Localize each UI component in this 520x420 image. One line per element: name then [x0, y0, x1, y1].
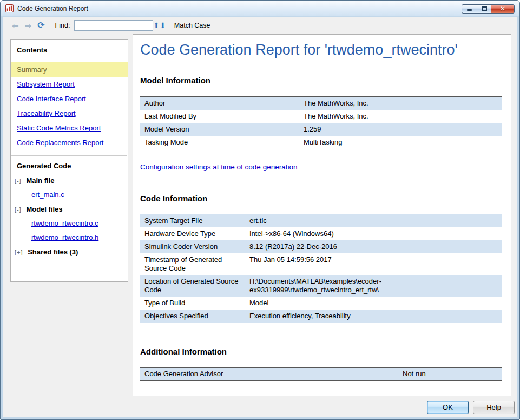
- tree-leaf-ert-main-c: ert_main.c: [11, 188, 128, 202]
- row-key: Code Generation Advisor: [140, 368, 398, 380]
- close-icon: ✕: [491, 5, 514, 13]
- row-value: Intel->x86-64 (Windows64): [245, 227, 502, 240]
- configuration-settings-link[interactable]: Configuration settings at time of code g…: [140, 163, 297, 171]
- row-key: Model Version: [140, 123, 299, 136]
- tree-node-shared-files: [+] Shared files (3): [11, 245, 128, 259]
- generated-code-heading: Generated Code: [11, 158, 128, 173]
- table-row: Location of Generated Source Code H:\Doc…: [140, 275, 502, 297]
- table-row: Last Modified By The MathWorks, Inc.: [140, 110, 502, 123]
- row-value: The MathWorks, Inc.: [299, 110, 502, 123]
- report-panel: Code Generation Report for 'rtwdemo_rtwe…: [133, 34, 511, 396]
- table-row: Type of Build Model: [140, 297, 502, 310]
- table-row: Author The MathWorks, Inc.: [140, 97, 502, 110]
- traceability-report-link[interactable]: Traceability Report: [17, 109, 76, 117]
- table-row: Tasking Mode MultiTasking: [140, 136, 502, 149]
- table-row: Model Version 1.259: [140, 123, 502, 136]
- contents-sidebar: Contents Summary Subsystem Report Code I…: [10, 39, 128, 282]
- table-row: Code Generation Advisor Not run: [140, 368, 502, 380]
- tree-node-label: Shared files (3): [28, 248, 78, 256]
- row-value: 8.12 (R2017a) 22-Dec-2016: [245, 240, 502, 253]
- model-information-table: Author The MathWorks, Inc. Last Modified…: [140, 96, 502, 149]
- find-next-icon[interactable]: ⬇: [160, 22, 166, 29]
- window-title: Code Generation Report: [17, 5, 88, 12]
- window-body: ⬅ ➡ ⟳ Find: ⬆ ⬇ Match Case Contents Summ…: [3, 17, 517, 417]
- report-title: Code Generation Report for 'rtwdemo_rtwe…: [140, 42, 502, 58]
- tree-node-label: Main file: [26, 176, 54, 185]
- expand-toggle-icon[interactable]: [+]: [15, 249, 23, 255]
- subsystem-report-link[interactable]: Subsystem Report: [17, 80, 75, 88]
- sidebar-item-summary[interactable]: Summary: [11, 62, 128, 77]
- tree-leaf-model-c: rtwdemo_rtwecintro.c: [11, 216, 128, 231]
- row-value: The MathWorks, Inc.: [299, 97, 502, 110]
- row-key: Author: [140, 97, 299, 110]
- row-key: Hardware Device Type: [140, 227, 245, 240]
- code-information-heading: Code Information: [140, 194, 502, 203]
- maximize-icon: [482, 6, 487, 11]
- row-value: ert.tlc: [245, 214, 502, 227]
- divider: [11, 60, 127, 60]
- rtwdemo-rtwecintro-h-link[interactable]: rtwdemo_rtwecintro.h: [31, 233, 98, 241]
- static-code-metrics-report-link[interactable]: Static Code Metrics Report: [17, 124, 101, 132]
- code-interface-report-link[interactable]: Code Interface Report: [17, 95, 86, 103]
- window-controls: ✕: [462, 4, 515, 14]
- row-key: Tasking Mode: [140, 136, 299, 149]
- sidebar-item-static-code-metrics-report[interactable]: Static Code Metrics Report: [11, 121, 128, 135]
- rtwdemo-rtwecintro-c-link[interactable]: rtwdemo_rtwecintro.c: [31, 219, 98, 227]
- additional-information-heading: Additional Information: [140, 347, 502, 356]
- divider: [11, 155, 127, 156]
- maximize-button[interactable]: [477, 4, 491, 14]
- sidebar-item-subsystem-report[interactable]: Subsystem Report: [11, 77, 128, 91]
- app-icon: [5, 4, 14, 13]
- toolbar: ⬅ ➡ ⟳ Find: ⬆ ⬇ Match Case: [3, 17, 517, 34]
- configuration-settings-row: Configuration settings at time of code g…: [140, 163, 502, 171]
- row-key: Type of Build: [140, 297, 245, 310]
- table-row: Objectives Specified Execution efficienc…: [140, 310, 502, 323]
- row-key: Simulink Coder Version: [140, 240, 245, 253]
- row-key: Objectives Specified: [140, 310, 245, 323]
- collapse-toggle-icon[interactable]: [-]: [15, 206, 22, 213]
- row-value: Thu Jan 05 14:59:56 2017: [245, 253, 502, 275]
- help-button[interactable]: Help: [473, 401, 515, 414]
- code-replacements-report-link[interactable]: Code Replacements Report: [17, 139, 103, 147]
- summary-link[interactable]: Summary: [17, 65, 47, 74]
- refresh-icon[interactable]: ⟳: [37, 21, 44, 30]
- row-key: System Target File: [140, 214, 245, 227]
- sidebar-item-code-interface-report[interactable]: Code Interface Report: [11, 91, 128, 106]
- titlebar: Code Generation Report ✕: [1, 1, 519, 16]
- find-previous-icon[interactable]: ⬆: [153, 22, 160, 29]
- tree-node-main-file: [-] Main file: [11, 173, 128, 188]
- content-area: Contents Summary Subsystem Report Code I…: [3, 34, 517, 417]
- row-key: Last Modified By: [140, 110, 299, 123]
- row-value: Not run: [398, 368, 502, 380]
- table-row: Timestamp of Generated Source Code Thu J…: [140, 253, 502, 275]
- row-key: Location of Generated Source Code: [140, 275, 245, 297]
- row-value: Model: [245, 297, 502, 310]
- ert-main-c-link[interactable]: ert_main.c: [31, 191, 64, 199]
- contents-heading: Contents: [11, 42, 128, 57]
- match-case-option[interactable]: Match Case: [174, 22, 210, 29]
- find-input[interactable]: [74, 20, 153, 31]
- dialog-footer: OK Help: [427, 401, 515, 414]
- row-value: Execution efficiency, Traceability: [245, 310, 502, 323]
- find-label: Find:: [55, 22, 70, 29]
- table-row: Hardware Device Type Intel->x86-64 (Wind…: [140, 227, 502, 240]
- collapse-toggle-icon[interactable]: [-]: [15, 178, 22, 184]
- sidebar-item-code-replacements-report[interactable]: Code Replacements Report: [11, 135, 128, 150]
- back-icon[interactable]: ⬅: [12, 22, 19, 30]
- row-value: 1.259: [299, 123, 502, 136]
- close-button[interactable]: ✕: [491, 4, 515, 14]
- forward-icon[interactable]: ➡: [25, 22, 32, 30]
- model-information-heading: Model Information: [140, 76, 502, 85]
- tree-node-model-files: [-] Model files: [11, 202, 128, 216]
- code-generation-report-window: Code Generation Report ✕ ⬅ ➡ ⟳ Find: ⬆ ⬇…: [0, 0, 520, 420]
- code-information-table: System Target File ert.tlc Hardware Devi…: [140, 214, 502, 323]
- row-value: MultiTasking: [299, 136, 502, 149]
- sidebar-item-traceability-report[interactable]: Traceability Report: [11, 106, 128, 121]
- table-row: Simulink Coder Version 8.12 (R2017a) 22-…: [140, 240, 502, 253]
- tree-leaf-model-h: rtwdemo_rtwecintro.h: [11, 231, 128, 245]
- ok-button[interactable]: OK: [427, 401, 469, 414]
- minimize-button[interactable]: [462, 4, 477, 14]
- additional-information-table: Code Generation Advisor Not run: [140, 367, 502, 381]
- minimize-icon: [467, 9, 472, 11]
- tree-node-label: Model files: [26, 205, 62, 213]
